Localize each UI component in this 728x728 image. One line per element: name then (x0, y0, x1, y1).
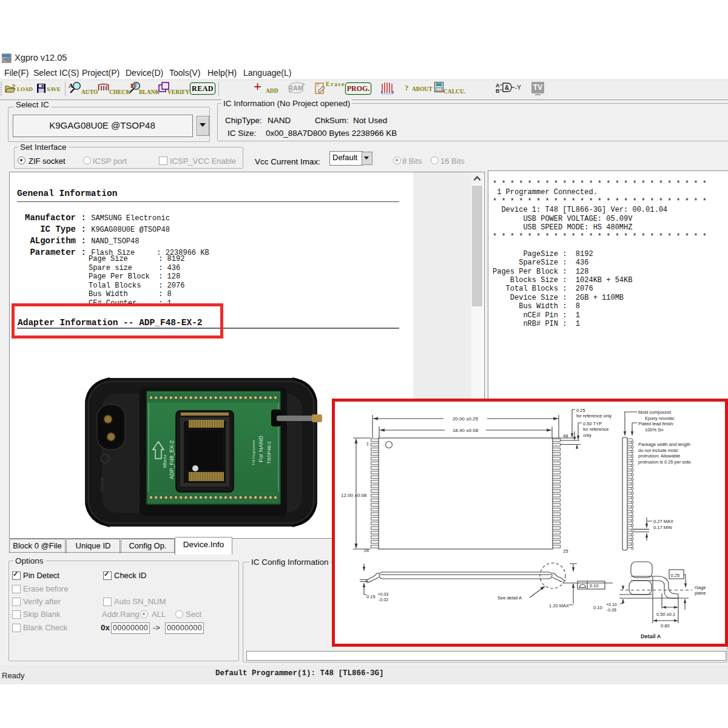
svg-text:protrusion is 0.25 per side.: protrusion is 0.25 per side. (638, 459, 692, 465)
svg-text:XGecu: XGecu (99, 477, 104, 492)
svg-text:0.25: 0.25 (576, 408, 585, 413)
svg-text:0.50 ±0.1: 0.50 ±0.1 (656, 612, 675, 617)
svg-text:0.80: 0.80 (661, 623, 670, 629)
svg-text:only: only (583, 433, 592, 438)
svg-text:TSOP48-2: TSOP48-2 (266, 441, 272, 464)
svg-text:100% Sn: 100% Sn (645, 427, 663, 433)
svg-text:Gage: Gage (695, 585, 706, 590)
svg-text:0.10: 0.10 (593, 605, 602, 610)
svg-text:1.20 MAX: 1.20 MAX (549, 603, 569, 608)
svg-text:0.25: 0.25 (671, 573, 680, 578)
svg-text:0.15: 0.15 (366, 594, 376, 599)
svg-text:Plated lead finish:: Plated lead finish: (638, 421, 674, 426)
svg-text:for reference: for reference (583, 426, 609, 432)
svg-text:0.17 MIN: 0.17 MIN (653, 525, 672, 530)
svg-text:plane: plane (695, 590, 706, 596)
svg-text:Epoxy novolac: Epoxy novolac (645, 416, 675, 421)
svg-text:48: 48 (563, 433, 568, 439)
svg-text:1: 1 (366, 441, 369, 447)
svg-text:25: 25 (563, 548, 568, 554)
svg-text:Mold compound:: Mold compound: (638, 410, 672, 415)
svg-text:protrusion. Allowable: protrusion. Allowable (638, 453, 680, 459)
svg-text:18.40 ±0.08: 18.40 ±0.08 (453, 428, 479, 433)
svg-text:See detail A: See detail A (497, 595, 522, 601)
svg-text:0.50 TYP: 0.50 TYP (583, 421, 602, 426)
svg-text:12.00 ±0.08: 12.00 ±0.08 (341, 493, 367, 498)
svg-text:20.00 ±0.25: 20.00 ±0.25 (453, 416, 479, 422)
svg-text:for reference only: for reference only (576, 413, 612, 419)
svg-text:Package width and length: Package width and length (638, 442, 690, 447)
svg-text:XBecu: XBecu (162, 455, 167, 468)
svg-text:-0.02: -0.02 (379, 598, 388, 602)
svg-text:0.10: 0.10 (590, 583, 599, 588)
svg-text:+0.10: +0.10 (606, 602, 617, 607)
svg-text:&: & (505, 84, 509, 91)
svg-text:-Y: -Y (515, 84, 521, 91)
svg-text:24: 24 (364, 548, 369, 553)
svg-text:+0.03: +0.03 (378, 592, 389, 596)
svg-text:RAM: RAM (288, 84, 303, 92)
svg-text:FF: FF (130, 83, 138, 89)
svg-text:0.27 MAX: 0.27 MAX (653, 519, 673, 524)
svg-text:ADP_F48_EX-2: ADP_F48_EX-2 (169, 440, 175, 479)
svg-text:For NAND: For NAND (257, 436, 264, 462)
svg-text:do not include mold: do not include mold (638, 448, 678, 453)
svg-text:-0.05: -0.05 (607, 608, 616, 612)
svg-text:Detail A: Detail A (641, 633, 661, 639)
svg-text:A: A (69, 82, 73, 89)
svg-text:T48 Programmer: T48 Programmer (252, 440, 255, 465)
svg-text:B: B (496, 88, 500, 94)
